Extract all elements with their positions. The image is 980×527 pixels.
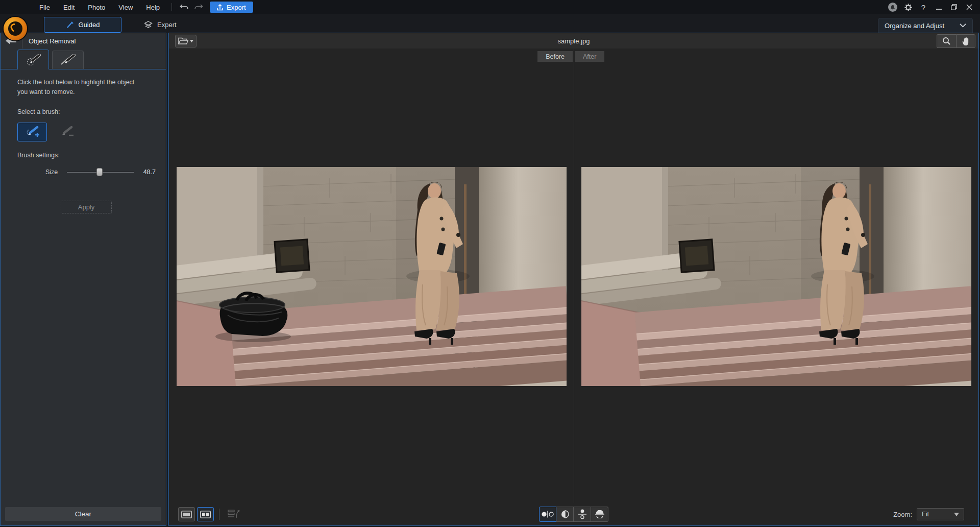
clear-button[interactable]: Clear: [5, 507, 161, 521]
size-value: 48.7: [143, 169, 156, 176]
canvas-nav-tools: [937, 34, 975, 48]
close-button[interactable]: [963, 1, 976, 13]
before-image[interactable]: [177, 167, 567, 386]
instruction-text: Click the tool below to highlight the ob…: [17, 78, 146, 97]
tab-line-brush[interactable]: [52, 51, 84, 69]
view-mode-group: [176, 507, 214, 521]
tab-selection-brush[interactable]: [17, 50, 49, 69]
zoom-tool-icon: [942, 37, 951, 45]
expert-layers-icon: [144, 21, 153, 29]
panel-body: Click the tool below to highlight the ob…: [1, 69, 166, 525]
brush-settings-label: Brush settings:: [17, 152, 156, 159]
zoom-tool-button[interactable]: [937, 34, 956, 48]
menu-photo[interactable]: Photo: [81, 0, 112, 14]
compare-top-bottom-icon: [578, 509, 587, 519]
mode-bar: Guided Expert Organize and Adjust: [0, 14, 980, 33]
add-brush-button[interactable]: [17, 123, 47, 141]
dropdown-arrow-icon: [954, 513, 959, 516]
application-window: File Edit Photo View Help Export: [0, 0, 980, 527]
apply-button[interactable]: Apply: [61, 201, 112, 213]
brush-remove-icon: [59, 126, 74, 138]
zoom-control: Zoom: Fit: [893, 508, 964, 520]
help-button[interactable]: ?: [917, 1, 930, 13]
restore-button[interactable]: [947, 1, 961, 13]
restore-icon: [951, 4, 957, 10]
brush-buttons: [17, 123, 156, 141]
tool-tab-strip: [1, 49, 166, 69]
brush-add-icon: [25, 126, 39, 138]
notifications-button[interactable]: [886, 1, 899, 13]
compare-side-icon: [541, 511, 554, 518]
tab-guided-label: Guided: [79, 21, 100, 29]
settings-gear-icon: [904, 4, 912, 11]
compare-split-vertical-button[interactable]: [556, 507, 574, 522]
size-slider[interactable]: [67, 168, 134, 176]
remove-brush-button[interactable]: [54, 124, 79, 140]
pan-tool-button[interactable]: [956, 34, 975, 48]
redo-button[interactable]: [191, 2, 206, 13]
chevron-down-icon: [960, 23, 966, 28]
canvas-body: Before After: [169, 49, 978, 503]
menu-bar: File Edit Photo View Help: [33, 0, 166, 14]
selection-brush-tab-icon: [26, 54, 41, 66]
menu-edit[interactable]: Edit: [57, 0, 81, 14]
commit-arrow-icon: [228, 509, 240, 520]
line-brush-tab-icon: [60, 54, 76, 66]
pane-divider: [574, 49, 574, 503]
title-bar: File Edit Photo View Help Export: [0, 0, 980, 14]
size-slider-row: Size 48.7: [17, 168, 156, 176]
canvas-header: sample.jpg: [169, 33, 978, 49]
tab-expert-label: Expert: [157, 21, 177, 29]
dropdown-arrow-icon: [190, 40, 193, 42]
canvas-toolbar: Zoom: Fit: [169, 503, 978, 525]
window-controls: ?: [886, 0, 980, 14]
export-upload-icon: [217, 4, 223, 11]
after-image[interactable]: [581, 167, 971, 386]
tab-guided[interactable]: Guided: [44, 17, 121, 33]
pan-hand-icon: [962, 37, 970, 46]
zoom-select[interactable]: Fit: [917, 508, 964, 520]
before-tab[interactable]: Before: [537, 51, 573, 62]
menu-help[interactable]: Help: [139, 0, 166, 14]
toolbar-separator: [219, 509, 219, 520]
zoom-value: Fit: [922, 511, 929, 518]
compare-split-horizontal-icon: [595, 510, 605, 518]
guided-pen-icon: [66, 21, 74, 29]
settings-button[interactable]: [901, 1, 915, 13]
toolbar-separator: [172, 3, 172, 11]
panel-title: Object Removal: [29, 37, 76, 45]
minimize-button[interactable]: [932, 1, 945, 13]
zoom-label: Zoom:: [893, 511, 912, 518]
export-label: Export: [227, 4, 246, 11]
workspace-selector[interactable]: Organize and Adjust: [878, 18, 973, 33]
guided-tool-panel: Object Removal Click: [0, 33, 166, 526]
redo-icon: [194, 4, 203, 11]
folder-open-icon: [178, 37, 188, 45]
split-view-icon: [200, 511, 211, 518]
close-icon: [966, 4, 972, 10]
after-tab[interactable]: After: [575, 51, 604, 62]
undo-button[interactable]: [177, 2, 191, 13]
commit-edits-button[interactable]: [225, 507, 243, 521]
single-view-button[interactable]: [178, 507, 195, 521]
workspace-selector-label: Organize and Adjust: [885, 22, 944, 30]
compare-split-horizontal-button[interactable]: [591, 507, 608, 522]
help-icon: ?: [921, 3, 925, 12]
app-logo: [4, 17, 27, 40]
split-view-button[interactable]: [197, 507, 214, 521]
size-label: Size: [45, 169, 58, 176]
single-view-icon: [181, 511, 192, 518]
slider-thumb[interactable]: [96, 168, 103, 176]
open-folder-button[interactable]: [175, 35, 197, 47]
compare-mode-group: [539, 507, 608, 522]
export-button[interactable]: Export: [210, 2, 253, 13]
compare-top-bottom-button[interactable]: [574, 507, 591, 522]
canvas-area: sample.jpg Before After: [168, 33, 979, 526]
mode-tabs: Guided Expert: [44, 15, 182, 33]
tab-expert[interactable]: Expert: [139, 17, 182, 33]
menu-file[interactable]: File: [33, 0, 57, 14]
notifications-bell-icon: [888, 3, 897, 12]
menu-view[interactable]: View: [112, 0, 139, 14]
compare-split-vertical-icon: [560, 510, 570, 518]
compare-side-by-side-button[interactable]: [539, 507, 556, 522]
